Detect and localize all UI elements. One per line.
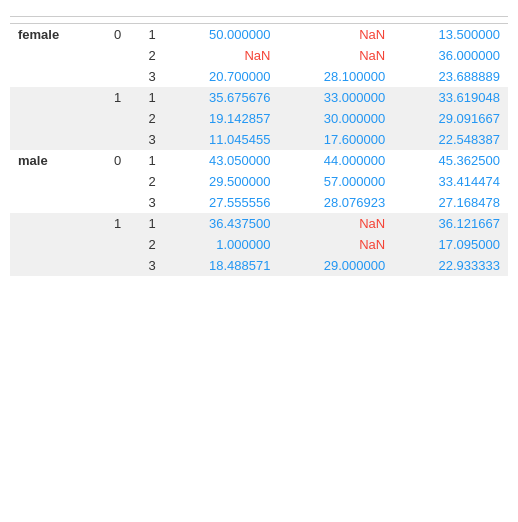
cell-s: 17.095000 (393, 234, 508, 255)
cell-pclass: 1 (129, 150, 163, 171)
header-pclass-label (129, 17, 163, 24)
cell-s: 22.933333 (393, 255, 508, 276)
cell-survived (95, 192, 129, 213)
cell-survived (95, 108, 129, 129)
cell-pclass: 1 (129, 87, 163, 108)
cell-c: 20.700000 (164, 66, 279, 87)
cell-c: 1.000000 (164, 234, 279, 255)
cell-sex (10, 45, 95, 66)
cell-q: 57.000000 (278, 171, 393, 192)
cell-q: NaN (278, 45, 393, 66)
cell-c: 43.050000 (164, 150, 279, 171)
cell-s: 29.091667 (393, 108, 508, 129)
cell-sex (10, 255, 95, 276)
cell-s: 45.362500 (393, 150, 508, 171)
header-survived-label (95, 17, 129, 24)
cell-pclass: 2 (129, 45, 163, 66)
cell-q: 28.076923 (278, 192, 393, 213)
cell-s: 23.688889 (393, 66, 508, 87)
cell-s: 36.121667 (393, 213, 508, 234)
cell-pclass: 2 (129, 171, 163, 192)
cell-pclass: 1 (129, 24, 163, 46)
cell-pclass: 3 (129, 255, 163, 276)
cell-q: 44.000000 (278, 150, 393, 171)
cell-pclass: 3 (129, 192, 163, 213)
cell-pclass: 3 (129, 66, 163, 87)
header-q (278, 17, 393, 24)
cell-c: 27.555556 (164, 192, 279, 213)
cell-s: 33.619048 (393, 87, 508, 108)
cell-pclass: 3 (129, 129, 163, 150)
cell-survived (95, 66, 129, 87)
header-sex-label (10, 17, 95, 24)
cell-sex (10, 234, 95, 255)
header-c (164, 17, 279, 24)
cell-q: 29.000000 (278, 255, 393, 276)
cell-survived: 0 (95, 24, 129, 46)
cell-pclass: 2 (129, 234, 163, 255)
header-s (393, 17, 508, 24)
cell-survived (95, 255, 129, 276)
cell-c: NaN (164, 45, 279, 66)
cell-s: 27.168478 (393, 192, 508, 213)
cell-c: 29.500000 (164, 171, 279, 192)
table-container: female0150.000000NaN13.5000002NaNNaN36.0… (0, 0, 518, 286)
cell-survived (95, 171, 129, 192)
cell-sex (10, 192, 95, 213)
cell-sex (10, 66, 95, 87)
cell-q: 17.600000 (278, 129, 393, 150)
cell-sex: female (10, 24, 95, 46)
cell-survived (95, 129, 129, 150)
cell-q: 28.100000 (278, 66, 393, 87)
cell-c: 36.437500 (164, 213, 279, 234)
cell-survived: 1 (95, 87, 129, 108)
cell-c: 50.000000 (164, 24, 279, 46)
cell-q: NaN (278, 213, 393, 234)
cell-c: 35.675676 (164, 87, 279, 108)
cell-sex: male (10, 150, 95, 171)
cell-survived (95, 45, 129, 66)
cell-pclass: 1 (129, 213, 163, 234)
cell-c: 18.488571 (164, 255, 279, 276)
cell-pclass: 2 (129, 108, 163, 129)
cell-s: 13.500000 (393, 24, 508, 46)
cell-s: 22.548387 (393, 129, 508, 150)
cell-survived: 0 (95, 150, 129, 171)
cell-survived (95, 234, 129, 255)
cell-survived: 1 (95, 213, 129, 234)
cell-q: 33.000000 (278, 87, 393, 108)
cell-q: NaN (278, 24, 393, 46)
cell-c: 11.045455 (164, 129, 279, 150)
cell-sex (10, 213, 95, 234)
cell-sex (10, 171, 95, 192)
cell-sex (10, 129, 95, 150)
data-table: female0150.000000NaN13.5000002NaNNaN36.0… (10, 10, 508, 276)
cell-sex (10, 108, 95, 129)
cell-c: 19.142857 (164, 108, 279, 129)
cell-q: NaN (278, 234, 393, 255)
cell-q: 30.000000 (278, 108, 393, 129)
cell-s: 36.000000 (393, 45, 508, 66)
cell-s: 33.414474 (393, 171, 508, 192)
cell-sex (10, 87, 95, 108)
